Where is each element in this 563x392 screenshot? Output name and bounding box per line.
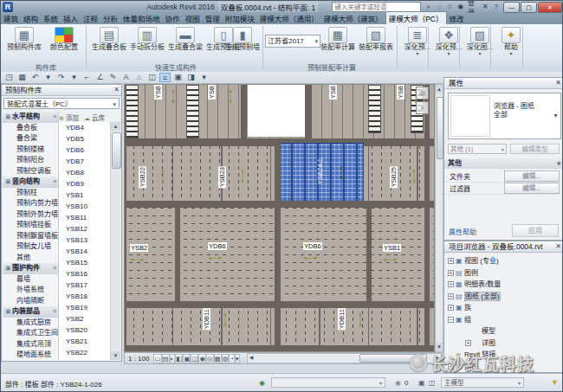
- category-item[interactable]: 集成式吊顶: [3, 339, 58, 350]
- switch-windows-icon[interactable]: ◨: [185, 73, 197, 82]
- exchange-apps-icon[interactable]: ✕: [482, 3, 489, 11]
- category-item[interactable]: 叠合板: [3, 123, 58, 134]
- expand-icon[interactable]: [448, 351, 454, 357]
- part-item[interactable]: YDB7: [59, 156, 111, 167]
- apply-button[interactable]: 应用: [512, 224, 559, 237]
- part-item[interactable]: YSB10: [59, 201, 111, 212]
- tree-schedules[interactable]: +▦明细表/数量: [446, 279, 561, 291]
- undo-icon[interactable]: ↶: [29, 73, 41, 82]
- crop-view-icon[interactable]: ▭: [153, 354, 161, 363]
- part-item[interactable]: YDB5: [59, 133, 111, 145]
- expand-icon[interactable]: +: [448, 363, 454, 370]
- ribbon-tab[interactable]: 建模大师（通用）: [257, 12, 321, 24]
- drawing-canvas[interactable]: YSBYSBYSBYSB↕↕↕YSB22↕YSB23↕YSB24-1↕YSB25…: [124, 84, 435, 352]
- ribbon-tab[interactable]: 结构: [21, 12, 41, 24]
- category-item[interactable]: ▣水平结构 ≡: [3, 112, 58, 123]
- part-item[interactable]: YSB15: [59, 257, 111, 268]
- section-icon[interactable]: ◫: [146, 73, 158, 82]
- tree-groups-detail[interactable]: +详图: [446, 337, 561, 350]
- category-item[interactable]: 预制女儿墙: [3, 241, 58, 253]
- category-item[interactable]: 预制楼梯: [3, 145, 58, 156]
- workset-select[interactable]: [271, 377, 385, 388]
- category-item[interactable]: 预制墙挂板: [3, 220, 58, 231]
- edit-filter-button[interactable]: 编辑...: [504, 183, 560, 194]
- part-item[interactable]: YSB12: [59, 223, 111, 235]
- signin-person-icon[interactable]: ◉: [457, 3, 464, 11]
- text-icon[interactable]: A: [120, 73, 132, 82]
- steering-wheel-icon[interactable]: ◎: [416, 87, 429, 100]
- part-item[interactable]: YSB16: [59, 268, 111, 280]
- aligned-dimension-icon[interactable]: ∠: [94, 73, 106, 82]
- properties-help-link[interactable]: 属性帮助: [449, 227, 476, 236]
- category-item[interactable]: 预制阳台: [3, 155, 58, 166]
- tree-views[interactable]: +▣视图 (专业): [446, 255, 561, 267]
- help-button[interactable]: ✦ 帮助 ▾: [493, 26, 529, 62]
- temporary-view-properties-icon[interactable]: ▦: [214, 354, 222, 363]
- shadows-icon[interactable]: ◧: [175, 354, 183, 363]
- expand-icon[interactable]: +: [465, 340, 471, 346]
- assembly-rate-report-button[interactable]: ▧ 装配率报表: [358, 26, 394, 62]
- color-config-button[interactable]: ▦ 颜色配置: [46, 26, 82, 62]
- expand-icon[interactable]: +: [448, 258, 454, 264]
- category-item[interactable]: 预制柱: [3, 188, 58, 199]
- subscription-icon[interactable]: ◌: [436, 3, 443, 11]
- ribbon-tab[interactable]: 建模大师（建筑）: [321, 12, 385, 24]
- type-selector[interactable]: 浏览器 - 图纸 全部 ▼: [448, 93, 561, 139]
- standard-select[interactable]: 江苏省2017: [265, 35, 320, 48]
- part-item[interactable]: YDB8: [59, 167, 111, 178]
- part-item[interactable]: YSB1: [59, 190, 111, 201]
- analytical-model-icon[interactable]: ◍: [222, 354, 230, 363]
- category-item[interactable]: 内墙隔断: [3, 296, 58, 307]
- editing-requests-icon[interactable]: ◉: [395, 379, 401, 387]
- category-item[interactable]: 外墙系统: [3, 285, 58, 296]
- temporary-hide-isolate-icon[interactable]: ◉: [198, 354, 206, 363]
- category-item[interactable]: 楼地面系统: [3, 350, 58, 360]
- tree-families[interactable]: +▣族: [446, 302, 561, 314]
- tree-legends[interactable]: +▤图例: [446, 267, 561, 280]
- reveal-hidden-icon[interactable]: ◎: [206, 354, 214, 363]
- minimize-button[interactable]: —: [503, 2, 520, 13]
- manual-split-slab-button[interactable]: ▥ 手动拆分板: [129, 26, 165, 62]
- part-item[interactable]: YDB6: [59, 145, 111, 156]
- customize-qat-icon[interactable]: ▾: [198, 73, 210, 82]
- part-item[interactable]: YSB2: [59, 313, 111, 325]
- zoom-icon[interactable]: ⌕: [416, 101, 429, 114]
- expand-icon[interactable]: [465, 328, 471, 334]
- tag-icon[interactable]: ✎: [107, 73, 119, 82]
- redo-caret-icon[interactable]: ▾: [68, 73, 80, 82]
- crop-region-icon[interactable]: ▣: [183, 354, 191, 363]
- selection-filter-icon[interactable]: ▼: [551, 378, 559, 387]
- part-item[interactable]: YDB9: [59, 178, 111, 190]
- default-3d-view-icon[interactable]: ⌂: [133, 73, 145, 82]
- ribbon-tab[interactable]: 插入: [61, 12, 81, 24]
- generate-precast-wall-button[interactable]: ▮ 生成预制墙: [224, 26, 261, 62]
- part-item[interactable]: YSB20: [59, 325, 111, 336]
- precast-library-button[interactable]: ▦ 预制构件库: [6, 26, 42, 62]
- edit-folder-button[interactable]: 编辑...: [504, 170, 560, 182]
- reveal-constraints-icon[interactable]: ▾: [235, 354, 240, 363]
- category-item[interactable]: 幕墙: [3, 274, 58, 286]
- redo-icon[interactable]: ↷: [55, 73, 67, 82]
- part-item[interactable]: YSB21: [59, 336, 111, 347]
- category-item[interactable]: 预制空调板: [3, 166, 58, 177]
- ribbon-tab[interactable]: 建筑: [1, 12, 21, 24]
- parts-scrollbar[interactable]: ▲ ▼: [110, 122, 120, 360]
- tree-assemblies[interactable]: +◫部件: [446, 361, 561, 373]
- tree-groups-model[interactable]: 模型: [446, 325, 561, 337]
- category-item[interactable]: ▣内装部品 ≡: [3, 306, 58, 318]
- category-item[interactable]: 其他: [3, 253, 58, 264]
- expand-icon[interactable]: −: [448, 317, 454, 323]
- part-item[interactable]: YSB19: [59, 302, 111, 313]
- generate-composite-beam-button[interactable]: ▬ 生成叠合梁: [167, 26, 204, 62]
- category-item[interactable]: 预制内剪力墙: [3, 198, 58, 209]
- cloud-library-button[interactable]: ☁ 云库: [84, 112, 105, 122]
- category-item[interactable]: 叠合梁: [3, 133, 58, 145]
- part-item[interactable]: YSB22: [59, 347, 111, 358]
- ribbon-tab[interactable]: 附加模块: [223, 12, 257, 24]
- ribbon-tab[interactable]: 协作: [163, 12, 183, 24]
- part-item[interactable]: YDB4: [59, 122, 111, 133]
- expand-icon[interactable]: +: [448, 281, 454, 287]
- search-binoculars-icon[interactable]: ⌕: [424, 3, 431, 11]
- visual-style-icon[interactable]: ▤: [162, 354, 170, 363]
- open-icon[interactable]: ◳: [3, 73, 15, 82]
